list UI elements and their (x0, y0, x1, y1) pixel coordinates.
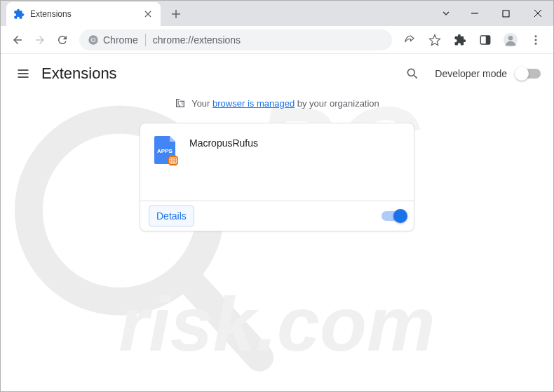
svg-point-12 (535, 35, 537, 37)
side-panel-button[interactable] (473, 29, 497, 51)
extensions-header: Extensions Developer mode (1, 54, 553, 93)
back-button[interactable] (6, 29, 29, 51)
tab-title: Extensions (30, 9, 137, 19)
window-titlebar: Extensions (1, 1, 553, 26)
address-bar[interactable]: Chrome chrome://extensions (79, 29, 392, 50)
reload-button[interactable] (51, 29, 74, 51)
svg-text:APPS: APPS (157, 148, 173, 154)
minimize-button[interactable] (459, 3, 490, 24)
url-text: chrome://extensions (153, 34, 384, 46)
bookmark-button[interactable] (423, 29, 447, 51)
managed-banner: Your browser is managed by your organiza… (1, 97, 553, 109)
developer-mode-toggle[interactable] (517, 69, 541, 79)
managed-text-prefix: Your (191, 98, 210, 109)
svg-point-7 (92, 38, 95, 41)
details-button[interactable]: Details (149, 205, 194, 227)
developer-mode-label: Developer mode (435, 68, 507, 79)
browser-toolbar: Chrome chrome://extensions (1, 26, 553, 54)
extension-icon: APPS (153, 136, 178, 161)
chrome-menu-button[interactable] (524, 29, 548, 51)
chrome-icon (88, 34, 99, 46)
svg-point-15 (408, 69, 415, 76)
extensions-button[interactable] (448, 29, 472, 51)
close-window-button[interactable] (522, 3, 553, 24)
site-chip-label: Chrome (103, 34, 138, 46)
puzzle-icon (13, 8, 25, 20)
svg-point-14 (535, 42, 537, 44)
tab-close-button[interactable] (142, 8, 154, 20)
browser-tab[interactable]: Extensions (6, 2, 161, 26)
organization-icon (175, 97, 186, 109)
forward-button[interactable] (29, 29, 51, 51)
managed-link[interactable]: browser is managed (212, 98, 295, 109)
extension-enable-toggle[interactable] (381, 211, 405, 221)
new-tab-button[interactable] (166, 4, 186, 24)
site-identity-chip[interactable]: Chrome (88, 34, 146, 46)
extension-card: APPS MacropusRufus Details (140, 123, 414, 231)
extension-name: MacropusRufus (189, 137, 258, 149)
maximize-button[interactable] (490, 3, 522, 24)
managed-text-suffix: by your organization (297, 98, 379, 109)
svg-rect-9 (486, 36, 490, 44)
page-title: Extensions (41, 65, 117, 83)
main-menu-button[interactable] (9, 60, 37, 88)
svg-point-11 (508, 36, 513, 40)
page-content: Extensions Developer mode Your browser i… (1, 54, 553, 392)
tab-search-button[interactable] (433, 3, 459, 24)
profile-button[interactable] (499, 29, 522, 51)
svg-point-13 (535, 39, 537, 41)
share-button[interactable] (398, 29, 421, 51)
search-button[interactable] (400, 61, 425, 86)
svg-rect-4 (503, 11, 509, 17)
